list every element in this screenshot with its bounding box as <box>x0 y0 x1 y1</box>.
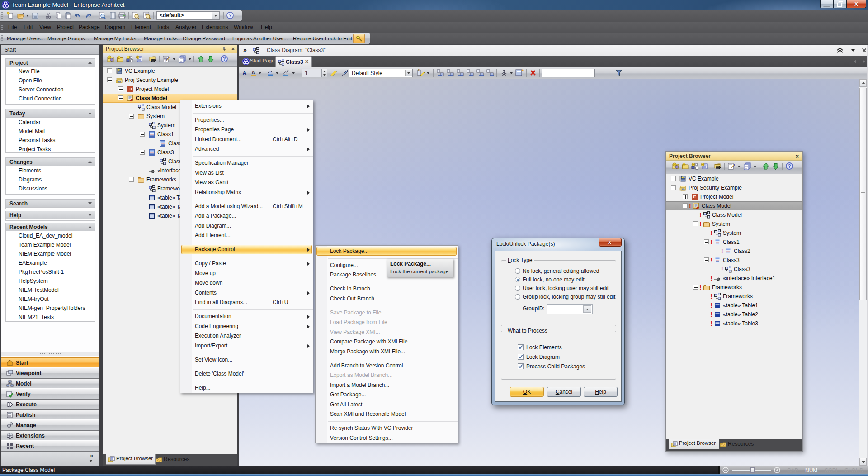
svg-text:?: ? <box>229 13 232 18</box>
svg-text:A: A <box>251 70 255 75</box>
svg-text:A: A <box>242 70 247 76</box>
svg-text:?: ? <box>223 56 226 62</box>
svg-text:?: ? <box>788 163 791 169</box>
